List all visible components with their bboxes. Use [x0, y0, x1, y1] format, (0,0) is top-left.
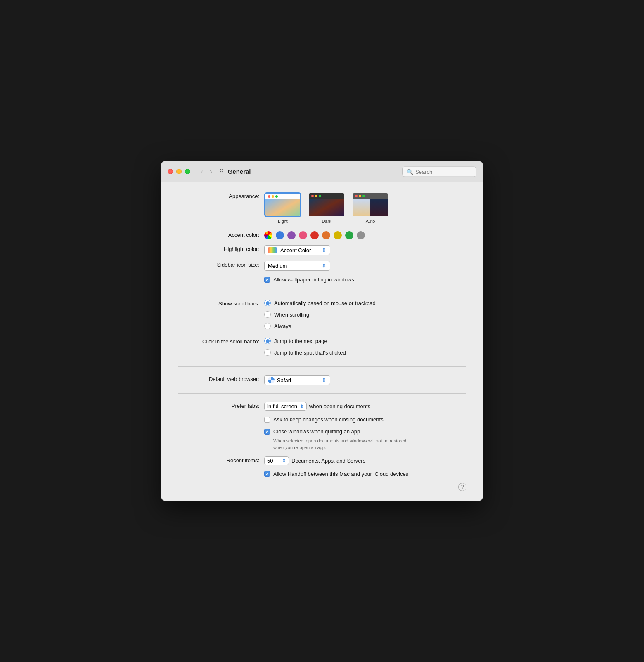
wallpaper-tinting-checkbox[interactable] — [264, 277, 270, 283]
wallpaper-tinting-row: Allow wallpaper tinting in windows — [178, 277, 466, 283]
handoff-checkbox-row: Allow Handoff between this Mac and your … — [264, 471, 408, 477]
close-windows-description: When selected, open documents and window… — [273, 438, 406, 451]
highlight-color-content: Accent Color ⬍ — [264, 245, 466, 255]
scroll-bars-scrolling-radio[interactable] — [264, 311, 271, 318]
settings-window: ‹ › ⠿ General 🔍 Appearance: — [161, 161, 483, 501]
click-scroll-next-page-radio[interactable] — [264, 338, 271, 344]
scroll-bars-always-label: Always — [274, 323, 291, 329]
search-input[interactable] — [415, 168, 472, 175]
prefer-tabs-value: in full screen — [267, 403, 297, 409]
appearance-row: Appearance: Light — [178, 192, 466, 224]
appearance-label: Appearance: — [178, 192, 264, 199]
accent-graphite[interactable] — [357, 231, 365, 239]
accent-blue[interactable] — [276, 231, 284, 239]
wallpaper-tinting-checkbox-row: Allow wallpaper tinting in windows — [264, 277, 354, 283]
appearance-option-auto[interactable]: Auto — [352, 192, 389, 224]
sidebar-icon-size-select[interactable]: Medium ⬍ — [264, 261, 330, 271]
scroll-bars-row: Show scroll bars: Automatically based on… — [178, 300, 466, 332]
ask-keep-changes-spacer — [178, 416, 264, 417]
scroll-bars-auto-row: Automatically based on mouse or trackpad — [264, 300, 376, 306]
click-scroll-spot-radio[interactable] — [264, 349, 271, 356]
close-windows-spacer — [178, 428, 264, 429]
close-windows-checkbox[interactable] — [264, 429, 270, 435]
accent-multicolor[interactable] — [264, 231, 272, 239]
web-browser-label: Default web browser: — [178, 375, 264, 382]
appearance-label-auto: Auto — [366, 219, 375, 224]
window-title: General — [228, 168, 251, 175]
prefer-tabs-arrows-icon: ⬍ — [300, 404, 304, 409]
highlight-color-label: Highlight color: — [178, 245, 264, 252]
divider-2 — [178, 366, 466, 367]
highlight-swatch — [268, 247, 277, 253]
search-bar[interactable]: 🔍 — [402, 166, 476, 177]
web-browser-content: Safari ⬍ — [264, 375, 466, 385]
handoff-checkbox[interactable] — [264, 471, 270, 477]
click-scroll-bar-options: Jump to the next page Jump to the spot t… — [264, 338, 466, 358]
prefer-tabs-select[interactable]: in full screen ⬍ — [264, 402, 307, 411]
click-scroll-next-page-row: Jump to the next page — [264, 338, 346, 344]
wallpaper-tinting-spacer — [178, 277, 264, 277]
sidebar-size-value: Medium — [268, 263, 318, 269]
highlight-color-select[interactable]: Accent Color ⬍ — [264, 245, 330, 255]
close-button[interactable] — [168, 169, 173, 174]
minimize-button[interactable] — [176, 169, 182, 174]
handoff-label: Allow Handoff between this Mac and your … — [273, 471, 408, 477]
traffic-lights — [168, 169, 190, 174]
web-browser-value: Safari — [277, 377, 318, 383]
recent-items-arrows-icon: ⬍ — [282, 458, 286, 463]
scroll-bars-always-row: Always — [264, 323, 376, 329]
accent-pink[interactable] — [299, 231, 307, 239]
scroll-bars-options: Automatically based on mouse or trackpad… — [264, 300, 466, 332]
web-browser-select[interactable]: Safari ⬍ — [264, 375, 330, 385]
content-area: Appearance: Light — [161, 182, 483, 501]
titlebar: ‹ › ⠿ General 🔍 — [161, 161, 483, 182]
back-button[interactable]: ‹ — [199, 166, 206, 177]
accent-purple[interactable] — [287, 231, 296, 239]
wallpaper-tinting-content: Allow wallpaper tinting in windows — [264, 277, 466, 283]
accent-yellow[interactable] — [334, 231, 342, 239]
prefer-tabs-suffix: when opening documents — [309, 403, 370, 409]
accent-red[interactable] — [310, 231, 319, 239]
nav-buttons: ‹ › — [199, 166, 215, 177]
accent-color-label: Accent color: — [178, 231, 264, 238]
prefer-tabs-label: Prefer tabs: — [178, 402, 264, 409]
sidebar-icon-size-row: Sidebar icon size: Medium ⬍ — [178, 261, 466, 271]
safari-icon — [268, 377, 275, 383]
accent-orange[interactable] — [322, 231, 330, 239]
wallpaper-tinting-label: Allow wallpaper tinting in windows — [273, 277, 354, 283]
recent-items-row: Recent items: 50 ⬍ Documents, Apps, and … — [178, 456, 466, 465]
close-windows-content: Close windows when quitting an app When … — [264, 428, 466, 451]
help-row: ? — [178, 483, 466, 491]
web-browser-arrows-icon: ⬍ — [322, 377, 327, 383]
accent-color-row: Accent color: — [178, 231, 466, 239]
recent-items-stepper[interactable]: 50 ⬍ — [264, 456, 289, 465]
handoff-content: Allow Handoff between this Mac and your … — [264, 471, 466, 477]
recent-items-label: Recent items: — [178, 456, 264, 463]
close-windows-checkbox-row: Close windows when quitting an app — [264, 428, 360, 435]
appearance-thumb-dark — [308, 192, 345, 217]
click-scroll-bar-label: Click in the scroll bar to: — [178, 338, 264, 345]
maximize-button[interactable] — [185, 169, 190, 174]
accent-green[interactable] — [345, 231, 353, 239]
scroll-bars-always-radio[interactable] — [264, 323, 271, 329]
ask-keep-changes-checkbox[interactable] — [264, 417, 270, 423]
scroll-bars-auto-radio[interactable] — [264, 300, 271, 306]
handoff-row: Allow Handoff between this Mac and your … — [178, 471, 466, 477]
highlight-color-row: Highlight color: Accent Color ⬍ — [178, 245, 466, 255]
appearance-thumb-auto — [352, 192, 389, 217]
ask-keep-changes-label: Ask to keep changes when closing documen… — [273, 416, 384, 423]
divider-3 — [178, 393, 466, 394]
appearance-option-light[interactable]: Light — [264, 192, 301, 224]
scroll-bars-scrolling-label: When scrolling — [274, 312, 309, 318]
appearance-option-dark[interactable]: Dark — [308, 192, 345, 224]
click-scroll-radio-group: Jump to the next page Jump to the spot t… — [264, 338, 346, 358]
grid-icon[interactable]: ⠿ — [220, 168, 224, 175]
scroll-bars-label: Show scroll bars: — [178, 300, 264, 307]
click-scroll-spot-row: Jump to the spot that's clicked — [264, 349, 346, 356]
scroll-bars-scrolling-row: When scrolling — [264, 311, 376, 318]
appearance-label-dark: Dark — [322, 219, 331, 224]
forward-button[interactable]: › — [207, 166, 214, 177]
ask-keep-changes-content: Ask to keep changes when closing documen… — [264, 416, 466, 423]
help-button[interactable]: ? — [458, 483, 466, 491]
search-icon: 🔍 — [407, 168, 413, 175]
